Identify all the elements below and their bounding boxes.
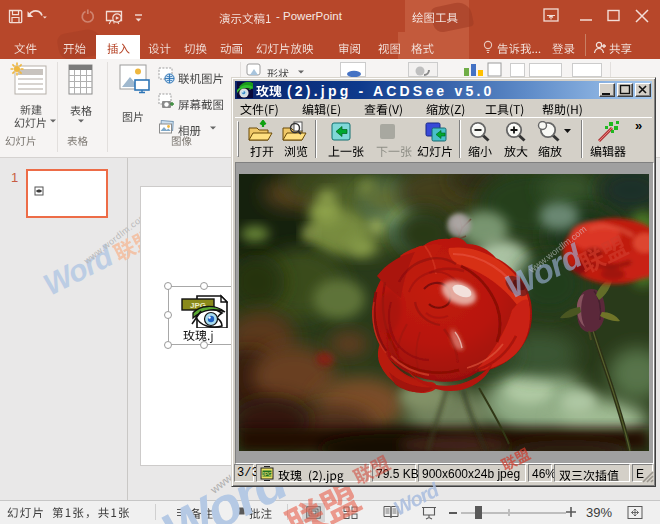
svg-text:JPG: JPG: [262, 471, 273, 477]
